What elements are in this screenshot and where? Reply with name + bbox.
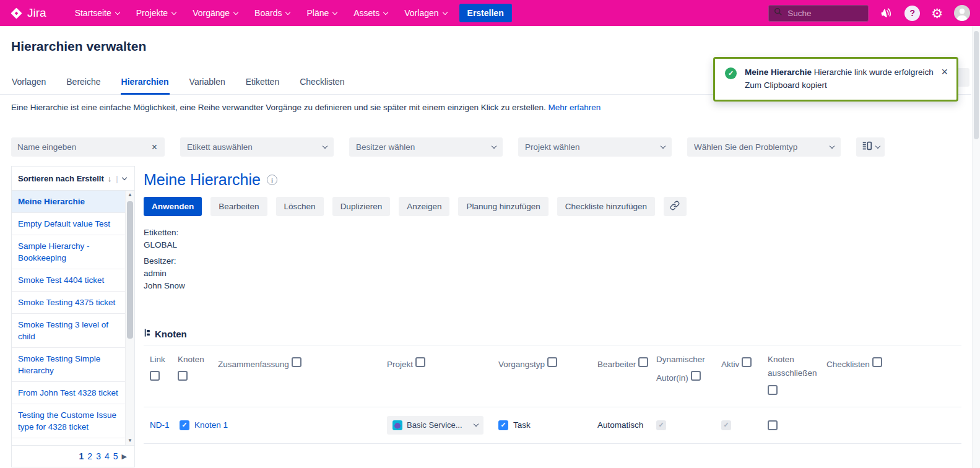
nav-menu-item[interactable]: Vorlagen xyxy=(404,8,446,18)
page-number[interactable]: 3 xyxy=(96,451,101,461)
nav-menu-item[interactable]: Pläne xyxy=(306,8,337,18)
tab-label: Hierarchien xyxy=(121,77,169,87)
hierarchy-list-item[interactable]: Sample Hierarchy - Bookkeeping xyxy=(12,235,125,269)
tab[interactable]: Vorlagen xyxy=(11,72,46,95)
owner-value: John Snow xyxy=(144,280,961,292)
top-navbar: Jira Startseite Projekte Vorgänge Boards… xyxy=(0,0,980,26)
action-button[interactable]: Planung hinzufügen xyxy=(458,197,548,216)
nav-menu-item[interactable]: Assets xyxy=(353,8,388,18)
hierarchy-list-item-label: New Testing the 4328 xyxy=(18,444,98,446)
node-link[interactable]: ND-1 xyxy=(150,420,178,430)
action-buttons: Anwenden Bearbeiten Löschen Duplizieren … xyxy=(144,197,961,216)
issuetype-checkbox[interactable]: ✓ xyxy=(498,420,508,430)
scroll-down-icon[interactable]: ▼ xyxy=(126,436,134,445)
hierarchy-list-item[interactable]: Smoke Testing 3 level of child xyxy=(12,314,125,348)
page-scrollbar[interactable] xyxy=(972,26,980,468)
exclude-all-checkbox[interactable] xyxy=(638,357,648,367)
next-page-icon[interactable]: ▶ xyxy=(122,453,127,461)
exclude-all-checkbox[interactable] xyxy=(768,385,778,395)
table-column-header: Link xyxy=(150,353,178,386)
column-settings-button[interactable] xyxy=(856,137,885,157)
owners-list: admin John Snow xyxy=(144,267,961,292)
learn-more-link[interactable]: Mehr erfahren xyxy=(549,103,601,112)
action-button[interactable]: Löschen xyxy=(276,197,324,216)
page-number-label: 5 xyxy=(113,451,118,461)
tab[interactable]: Hierarchien xyxy=(121,72,170,95)
chevron-down-icon[interactable] xyxy=(121,175,126,180)
hierarchy-list-item[interactable]: New Testing the 4328 xyxy=(12,438,125,446)
filter-select[interactable]: Wählen Sie den Problemtyp xyxy=(687,137,841,157)
nav-menu-item[interactable]: Vorgänge xyxy=(193,8,238,18)
filter-select[interactable]: Etikett auswählen xyxy=(180,137,334,157)
link-icon xyxy=(670,201,680,212)
page-number-label: 4 xyxy=(105,451,110,461)
gear-icon[interactable]: ⚙ xyxy=(931,7,943,20)
hierarchy-list-item[interactable]: Testing the Custome Issue type for 4328 … xyxy=(12,404,125,438)
action-button-label: Anzeigen xyxy=(407,202,441,211)
copy-link-button[interactable] xyxy=(664,197,687,216)
node-checkbox[interactable]: ✓ xyxy=(180,420,189,430)
announcement-icon[interactable] xyxy=(880,6,893,20)
hierarchy-list-item[interactable]: Smoke Testing 4375 ticket xyxy=(12,292,125,314)
clear-icon[interactable]: × xyxy=(150,142,158,153)
exclude-all-checkbox[interactable] xyxy=(547,357,557,367)
project-avatar-icon xyxy=(392,420,402,430)
exclude-all-checkbox[interactable] xyxy=(150,371,160,381)
sort-header[interactable]: Sortieren nach Erstellt ↓ | xyxy=(11,166,135,191)
exclude-node-checkbox[interactable] xyxy=(768,420,778,430)
nav-menu-item[interactable]: Projekte xyxy=(136,8,176,18)
tab[interactable]: Etiketten xyxy=(245,72,280,95)
scrollbar-thumb[interactable] xyxy=(127,201,133,339)
help-icon[interactable]: ? xyxy=(904,6,920,21)
search-icon xyxy=(774,7,783,19)
hierarchy-list-item[interactable]: From John Test 4328 ticket xyxy=(12,382,125,404)
create-button[interactable]: Erstellen xyxy=(459,4,512,22)
filter-select[interactable]: Projekt wählen xyxy=(518,137,672,157)
exclude-all-checkbox[interactable] xyxy=(178,371,188,381)
sort-divider: | xyxy=(116,174,118,183)
nav-menu-item[interactable]: Boards xyxy=(254,8,290,18)
page-number[interactable]: 5 xyxy=(113,451,118,461)
issuetype-label: Task xyxy=(513,420,531,430)
nav-search-box[interactable] xyxy=(768,5,869,22)
hierarchy-list-item[interactable]: Empty Default value Test xyxy=(12,213,125,235)
node-name-link[interactable]: Knoten 1 xyxy=(194,420,228,430)
avatar[interactable] xyxy=(954,5,970,21)
hierarchy-list-item[interactable]: Smoke Testing Simple Hierarchy xyxy=(12,348,125,382)
sort-direction-icon[interactable]: ↓ xyxy=(108,174,112,183)
close-icon[interactable]: × xyxy=(941,66,948,77)
page-number[interactable]: 4 xyxy=(105,451,110,461)
tab[interactable]: Checklisten xyxy=(299,72,345,95)
page-number[interactable]: 2 xyxy=(87,451,92,461)
tab-label: Vorlagen xyxy=(12,77,46,87)
tab[interactable]: Bereiche xyxy=(66,72,101,95)
filter-select-value: Projekt wählen xyxy=(525,142,580,152)
action-button[interactable]: Anzeigen xyxy=(399,197,449,216)
scroll-up-icon[interactable]: ▲ xyxy=(126,191,134,199)
page-scrollbar-thumb[interactable] xyxy=(974,31,979,139)
project-dropdown[interactable]: Basic Service... xyxy=(387,416,483,435)
action-button[interactable]: Anwenden xyxy=(144,197,202,216)
search-input[interactable] xyxy=(787,9,856,18)
exclude-all-checkbox[interactable] xyxy=(742,357,752,367)
action-button[interactable]: Duplizieren xyxy=(332,197,391,216)
hierarchy-list-item-label: From John Test 4328 ticket xyxy=(18,388,118,397)
nav-menu-item[interactable]: Startseite xyxy=(75,8,119,18)
action-button[interactable]: Checkliste hinzufügen xyxy=(557,197,655,216)
tab[interactable]: Variablen xyxy=(189,72,226,95)
action-button[interactable]: Bearbeiten xyxy=(210,197,267,216)
hierarchy-list-item-label: Testing the Custome Issue type for 4328 … xyxy=(18,410,116,431)
exclude-all-checkbox[interactable] xyxy=(415,357,425,367)
filter-select[interactable]: Besitzer wählen xyxy=(349,137,503,157)
page-number[interactable]: 1 xyxy=(79,451,84,461)
info-icon[interactable]: i xyxy=(267,175,277,185)
hierarchy-list-item[interactable]: Meine Hierarchie xyxy=(12,191,125,213)
name-filter-input[interactable] xyxy=(17,142,150,152)
chevron-down-icon xyxy=(830,144,835,149)
exclude-all-checkbox[interactable] xyxy=(872,357,882,367)
exclude-all-checkbox[interactable] xyxy=(292,357,301,367)
exclude-all-checkbox[interactable] xyxy=(691,371,701,381)
hierarchy-list-item[interactable]: Smoke Test 4404 ticket xyxy=(12,269,125,292)
sidebar-scrollbar[interactable]: ▲ ▼ xyxy=(125,191,134,445)
jira-logo[interactable]: Jira xyxy=(10,6,46,20)
